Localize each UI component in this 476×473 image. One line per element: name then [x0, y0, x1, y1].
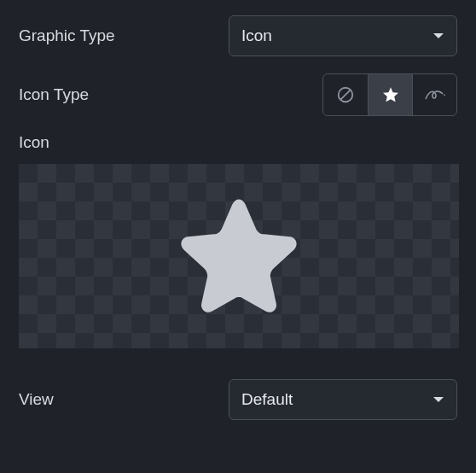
icon-type-toggle-group — [322, 73, 457, 116]
view-label: View — [19, 390, 54, 409]
icon-preview-label: Icon — [19, 133, 457, 152]
icon-preview-star-icon — [174, 193, 304, 319]
prohibit-icon — [336, 85, 355, 104]
chevron-down-icon — [432, 395, 444, 404]
icon-type-star-button[interactable] — [368, 74, 412, 115]
graphic-type-label: Graphic Type — [19, 26, 115, 45]
graphic-type-select[interactable]: Icon — [229, 15, 457, 56]
svg-line-2 — [441, 92, 445, 96]
curve-icon — [424, 85, 446, 104]
chevron-down-icon — [432, 32, 444, 40]
graphic-type-value: Icon — [241, 26, 272, 45]
icon-type-label: Icon Type — [19, 85, 89, 104]
view-row: View Default — [19, 379, 457, 420]
star-icon — [381, 85, 400, 104]
icon-preview-canvas[interactable] — [19, 164, 459, 348]
icon-type-row: Icon Type — [19, 73, 457, 116]
view-value: Default — [241, 390, 293, 409]
svg-line-1 — [340, 90, 351, 100]
graphic-type-row: Graphic Type Icon — [19, 15, 457, 56]
icon-type-curve-button[interactable] — [412, 74, 456, 115]
view-select[interactable]: Default — [229, 379, 457, 420]
icon-type-none-button[interactable] — [323, 74, 368, 115]
